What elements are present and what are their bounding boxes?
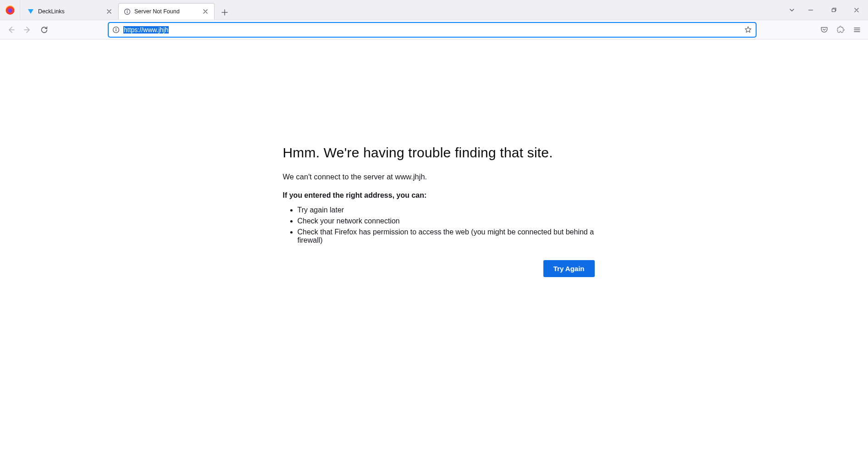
svg-point-5 — [116, 28, 116, 29]
firefox-app-icon — [0, 0, 20, 20]
tab-server-not-found[interactable]: Server Not Found — [118, 3, 215, 20]
minimize-window-button[interactable] — [800, 0, 821, 20]
arrow-right-icon — [23, 26, 32, 34]
url-bar[interactable]: https://www.jhjh — [108, 22, 756, 37]
star-icon — [744, 26, 752, 33]
info-icon — [123, 8, 131, 15]
maximize-window-button[interactable] — [823, 0, 844, 20]
list-all-tabs-button[interactable] — [784, 0, 800, 20]
bookmark-star-button[interactable] — [743, 25, 753, 35]
tab-title: DeckLinks — [38, 8, 101, 15]
info-icon — [112, 26, 120, 33]
tab-strip: DeckLinks Server Not Found — [20, 0, 232, 20]
svg-rect-6 — [116, 29, 116, 31]
navigation-toolbar: https://www.jhjh — [0, 20, 868, 39]
forward-button[interactable] — [20, 22, 35, 37]
extensions-button[interactable] — [833, 22, 848, 37]
page-content: Hmm. We're having trouble finding that s… — [0, 39, 868, 456]
error-subtext: We can't connect to the server at www.jh… — [283, 172, 595, 181]
chevron-down-icon — [789, 7, 795, 13]
back-button[interactable] — [4, 22, 18, 37]
arrow-left-icon — [7, 26, 15, 34]
reload-button[interactable] — [37, 22, 51, 37]
error-suggestion-item: Try again later — [298, 206, 595, 214]
try-again-button[interactable]: Try Again — [543, 260, 595, 277]
svg-rect-3 — [832, 9, 835, 11]
error-suggestion-list: Try again later Check your network conne… — [283, 206, 595, 245]
site-identity-button[interactable] — [111, 25, 121, 34]
app-menu-button[interactable] — [850, 22, 864, 37]
reload-icon — [40, 26, 48, 33]
svg-rect-2 — [127, 11, 127, 13]
plus-icon — [221, 9, 228, 16]
tab-title: Server Not Found — [134, 8, 198, 15]
close-tab-button[interactable] — [105, 7, 113, 16]
error-suggestion-item: Check that Firefox has permission to acc… — [298, 228, 595, 245]
close-icon — [854, 7, 859, 13]
close-window-button[interactable] — [846, 0, 867, 20]
close-tab-button[interactable] — [201, 7, 210, 16]
url-selected-text: https://www.jhjh — [123, 26, 169, 33]
net-error-container: Hmm. We're having trouble finding that s… — [274, 39, 595, 277]
hamburger-icon — [853, 26, 861, 33]
pocket-icon — [820, 26, 828, 33]
url-input[interactable]: https://www.jhjh — [123, 23, 740, 37]
close-icon — [106, 9, 112, 14]
decklinks-favicon — [27, 8, 34, 15]
tab-decklinks[interactable]: DeckLinks — [22, 3, 118, 20]
toolbar-right — [817, 22, 864, 37]
svg-point-1 — [127, 10, 127, 11]
window-controls — [800, 0, 868, 20]
restore-icon — [831, 7, 836, 13]
save-to-pocket-button[interactable] — [817, 22, 831, 37]
error-instruction: If you entered the right address, you ca… — [283, 191, 595, 200]
error-heading: Hmm. We're having trouble finding that s… — [283, 145, 595, 161]
new-tab-button[interactable] — [217, 5, 232, 20]
puzzle-icon — [837, 26, 845, 33]
minimize-icon — [808, 7, 813, 13]
close-icon — [203, 9, 208, 14]
titlebar: DeckLinks Server Not Found — [0, 0, 868, 20]
error-suggestion-item: Check your network connection — [298, 217, 595, 225]
